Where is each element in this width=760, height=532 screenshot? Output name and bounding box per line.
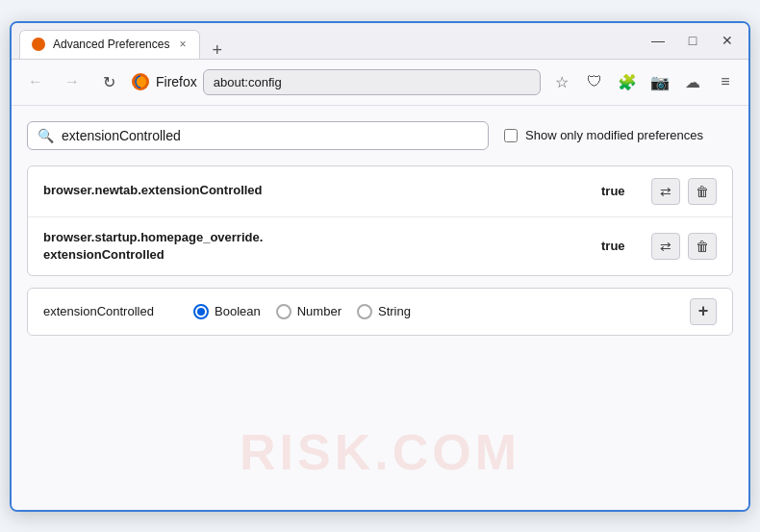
nav-icons: ☆ 🛡 🧩 📷 ☁ ≡ (548, 68, 739, 95)
window-controls: — □ ✕ (645, 27, 741, 54)
radio-group: Boolean Number String (193, 304, 674, 319)
browser-window: Advanced Preferences × + — □ ✕ ← → ↻ (10, 21, 750, 512)
toggle-button-1[interactable]: ⇄ (651, 178, 680, 205)
firefox-logo-icon (131, 72, 150, 91)
radio-string-label: String (378, 304, 411, 318)
menu-icon[interactable]: ≡ (712, 68, 739, 95)
new-pref-name: extensionControlled (43, 304, 178, 318)
extension-icon[interactable]: 🧩 (614, 68, 641, 95)
address-bar-area: Firefox (131, 69, 541, 95)
pref-value-2: true (601, 239, 640, 253)
account-icon[interactable]: ☁ (679, 68, 706, 95)
search-row: 🔍 Show only modified preferences (27, 121, 733, 150)
picture-icon[interactable]: 📷 (646, 68, 673, 95)
firefox-label: Firefox (156, 74, 197, 89)
watermark: RISK.COM (240, 423, 520, 481)
navigation-bar: ← → ↻ Firefox ☆ 🛡 🧩 (12, 60, 748, 106)
refresh-button[interactable]: ↻ (94, 67, 123, 96)
show-modified-checkbox-row[interactable]: Show only modified preferences (504, 128, 703, 142)
content-area: 🔍 Show only modified preferences browser… (12, 106, 748, 510)
back-button[interactable]: ← (21, 67, 50, 96)
tab-favicon (32, 38, 45, 51)
pref-actions-2: ⇄ 🗑 (651, 233, 717, 260)
tab-close-button[interactable]: × (177, 38, 188, 51)
pref-value-1: true (601, 184, 640, 198)
show-modified-checkbox[interactable] (504, 129, 518, 142)
radio-boolean-label: Boolean (215, 304, 261, 318)
add-plus-button[interactable]: + (690, 298, 717, 325)
tab-title: Advanced Preferences (53, 38, 169, 51)
minimize-button[interactable]: — (645, 27, 671, 54)
preferences-table: browser.newtab.extensionControlled true … (27, 165, 733, 276)
search-input[interactable] (62, 128, 478, 143)
radio-boolean-circle (193, 304, 209, 319)
show-modified-label: Show only modified preferences (525, 128, 703, 142)
new-tab-button[interactable]: + (206, 41, 228, 59)
delete-button-1[interactable]: 🗑 (688, 178, 717, 205)
forward-button[interactable]: → (58, 67, 87, 96)
search-icon: 🔍 (38, 128, 54, 143)
search-box: 🔍 (27, 121, 489, 150)
radio-number[interactable]: Number (276, 304, 342, 319)
add-preference-row: extensionControlled Boolean Number Strin… (27, 288, 733, 336)
radio-boolean[interactable]: Boolean (193, 304, 261, 319)
radio-number-label: Number (297, 304, 342, 318)
active-tab[interactable]: Advanced Preferences × (19, 30, 200, 59)
radio-string-circle (357, 304, 372, 319)
bookmark-icon[interactable]: ☆ (548, 68, 575, 95)
title-bar: Advanced Preferences × + — □ ✕ (12, 23, 748, 60)
radio-string[interactable]: String (357, 304, 411, 319)
shield-icon[interactable]: 🛡 (581, 68, 608, 95)
pref-name-2: browser.startup.homepage_override.extens… (43, 229, 590, 264)
pref-actions-1: ⇄ 🗑 (651, 178, 717, 205)
table-row: browser.newtab.extensionControlled true … (28, 166, 732, 217)
tab-area: Advanced Preferences × + (19, 23, 645, 59)
toggle-button-2[interactable]: ⇄ (651, 233, 680, 260)
radio-number-circle (276, 304, 291, 319)
table-row: browser.startup.homepage_override.extens… (28, 217, 732, 275)
delete-button-2[interactable]: 🗑 (688, 233, 717, 260)
pref-name-1: browser.newtab.extensionControlled (43, 182, 590, 199)
address-bar-input[interactable] (203, 69, 541, 95)
close-button[interactable]: ✕ (714, 27, 741, 54)
maximize-button[interactable]: □ (679, 27, 706, 54)
